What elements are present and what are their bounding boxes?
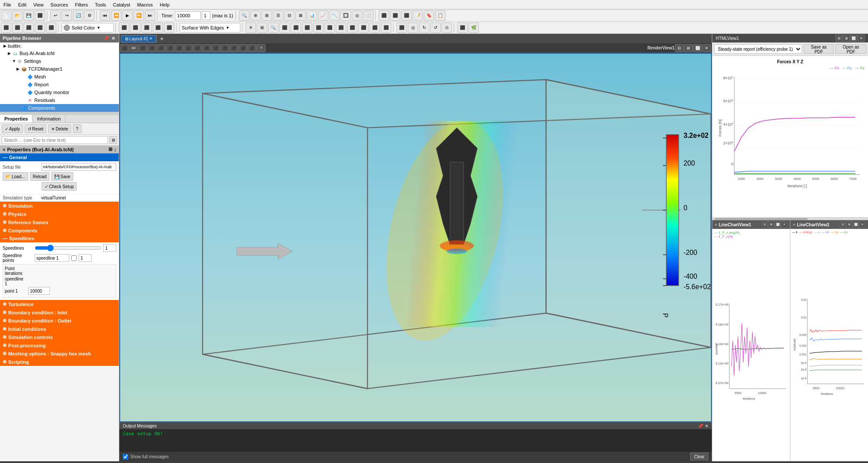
output-close-icon[interactable]: ✕ <box>705 424 708 428</box>
tb2-btn1[interactable]: ⬛ <box>1 23 11 33</box>
html-close-icon[interactable]: ✕ <box>858 35 865 42</box>
setup-file-input[interactable] <box>41 163 116 171</box>
check-setup-btn[interactable]: ✓ Check Setup <box>42 182 77 191</box>
tb2-btn26[interactable]: ↻ <box>419 23 429 33</box>
tree-item-tcfd[interactable]: ▶ 🗂 Burj-Al-Arab.tcfd <box>0 49 119 57</box>
tb2-btn24[interactable]: ⬛ <box>396 23 407 33</box>
save-btn[interactable]: 💾 <box>23 10 34 21</box>
tb2-btn7[interactable]: ⬛ <box>130 23 141 33</box>
vp-btn4[interactable]: ⬛ <box>157 44 165 52</box>
props-expand-icon[interactable]: ⊞ <box>108 147 112 152</box>
tb2-btn30[interactable]: 🌿 <box>468 23 479 33</box>
tb-btn13[interactable]: ◎ <box>352 10 362 21</box>
vp-btn14[interactable]: ⬛ <box>248 44 256 52</box>
meshing-section-header[interactable]: ⊕ Meshing options : Snappy hex mesh <box>0 349 119 358</box>
tree-item-mesh[interactable]: ▶ 🔷 Mesh <box>0 73 119 81</box>
chart2-max[interactable]: ⬜ <box>853 222 859 228</box>
menu-file[interactable]: File <box>0 1 15 8</box>
tb2-btn17[interactable]: ⬛ <box>313 23 324 33</box>
next-btn[interactable]: ⏩ <box>134 10 144 21</box>
refresh-btn[interactable]: 🔄 <box>73 10 83 21</box>
html-split1-icon[interactable]: ⊟ <box>835 35 842 42</box>
layout-tab-close-icon[interactable]: ✕ <box>149 36 153 41</box>
tree-item-residuals[interactable]: ▶ ✕ Residuals <box>0 96 119 104</box>
tree-item-manager[interactable]: ▶ 📦 TCFDManager1 <box>0 65 119 73</box>
tb2-btn14[interactable]: ⬛ <box>279 23 290 33</box>
help-btn[interactable]: ? <box>73 124 82 133</box>
undo-btn[interactable]: ↩ <box>50 10 61 21</box>
menu-tools[interactable]: Tools <box>92 1 110 8</box>
simulation-section-header[interactable]: ⊕ Simulation <box>0 202 119 210</box>
reload-btn[interactable]: Reload <box>30 172 50 181</box>
prev-btn[interactable]: ⏪ <box>111 10 121 21</box>
tb2-btn4[interactable]: ⬛ <box>35 23 45 33</box>
vp-btn8[interactable]: ⬛ <box>193 44 202 52</box>
zoom-btn[interactable]: 🔍 <box>239 10 249 21</box>
play-btn[interactable]: ▶ <box>122 10 133 21</box>
tb-btn16[interactable]: ⬛ <box>390 10 400 21</box>
panel-pin-icon[interactable]: 📌 <box>103 35 109 41</box>
html-max-icon[interactable]: ⬜ <box>850 35 857 42</box>
load-btn[interactable]: 📂 Load... <box>3 172 28 181</box>
tb-btn11[interactable]: 📉 <box>329 10 340 21</box>
tb2-btn10[interactable]: ⬛ <box>164 23 174 33</box>
search-gear-icon[interactable]: ⚙ <box>109 136 117 144</box>
tb2-btn13[interactable]: 🔍 <box>268 23 278 33</box>
html-scrollbar[interactable] <box>712 217 868 220</box>
vp-max-icon[interactable]: ⬜ <box>693 44 702 52</box>
output-pin-icon[interactable]: 📌 <box>698 424 703 428</box>
initial-conditions-section-header[interactable]: ⊕ Initial conditions <box>0 325 119 333</box>
chart1-close[interactable]: ✕ <box>781 222 787 228</box>
tb-btn5[interactable]: ⊞ <box>262 10 272 21</box>
new-file-btn[interactable]: 📄 <box>1 10 11 21</box>
vp-close-icon[interactable]: ✕ <box>702 44 711 52</box>
tb2-btn6[interactable]: ⬛ <box>119 23 129 33</box>
tb2-btn20[interactable]: ⬛ <box>347 23 357 33</box>
show-messages-check[interactable] <box>123 454 128 460</box>
speedline-points-name[interactable] <box>35 254 69 262</box>
html-split2-icon[interactable]: ⊞ <box>843 35 850 42</box>
vp-btn15[interactable]: ? <box>257 44 265 52</box>
menu-view[interactable]: View <box>30 1 47 8</box>
tb-btn12[interactable]: 🔲 <box>341 10 351 21</box>
tb2-btn2[interactable]: ⬛ <box>12 23 23 33</box>
vp-btn5[interactable]: ⬛ <box>166 44 174 52</box>
tb2-btn21[interactable]: ⬛ <box>358 23 369 33</box>
menu-filters[interactable]: Filters <box>72 1 92 8</box>
menu-sources[interactable]: Sources <box>47 1 71 8</box>
vp-btn12[interactable]: ⬛ <box>229 44 238 52</box>
vp-btn9[interactable]: ⬛ <box>202 44 211 52</box>
save-pdf-btn[interactable]: Save as PDF <box>804 44 834 54</box>
speedline-points-check[interactable] <box>71 255 77 261</box>
tree-item-qmonitor[interactable]: ▶ 🔷 Quantity monitor <box>0 88 119 96</box>
tb-btn9[interactable]: 📊 <box>307 10 317 21</box>
tb2-btn11[interactable]: ✕ <box>246 23 256 33</box>
tb-btn15[interactable]: ⬛ <box>379 10 389 21</box>
tb2-btn27[interactable]: ↺ <box>430 23 441 33</box>
tb-btn8[interactable]: ⊠ <box>295 10 306 21</box>
speedlines-slider[interactable] <box>35 245 102 251</box>
tb2-btn28[interactable]: ⊙ <box>442 23 452 33</box>
speedlines-section-header[interactable]: — Speedlines <box>0 235 119 242</box>
components-section-header[interactable]: ⊕ Components <box>0 226 119 235</box>
chart2-split1[interactable]: ⊟ <box>840 222 846 228</box>
zoom2-btn[interactable]: ⊕ <box>250 10 261 21</box>
tb2-btn5[interactable]: ⬛ <box>46 23 56 33</box>
tb-btn17[interactable]: ⬛ <box>401 10 412 21</box>
tree-item-report[interactable]: ▶ 🔷 Report <box>0 81 119 88</box>
tb2-btn16[interactable]: ⬛ <box>302 23 312 33</box>
solid-color-dropdown[interactable]: Solid Color ▼ <box>62 23 114 33</box>
tb2-btn12[interactable]: ⊞ <box>257 23 267 33</box>
vp-btn1[interactable]: ⬛ <box>120 44 129 52</box>
layout-add-btn[interactable]: + <box>157 35 166 42</box>
delete-btn[interactable]: ✕ Delete <box>48 124 71 133</box>
tb2-btn22[interactable]: ⬛ <box>370 23 380 33</box>
scripting-section-header[interactable]: ⊕ Scripting <box>0 358 119 366</box>
vp-btn10[interactable]: ⬛ <box>211 44 220 52</box>
chart2-split2[interactable]: ⊞ <box>846 222 852 228</box>
sim-controls-section-header[interactable]: ⊕ Simulation controls <box>0 333 119 341</box>
ref-frames-section-header[interactable]: ⊕ Reference frames <box>0 218 119 226</box>
save-as-btn[interactable]: ⬛ <box>35 10 45 21</box>
tb2-btn9[interactable]: ⬛ <box>153 23 163 33</box>
settings-btn[interactable]: ⚙ <box>84 10 95 21</box>
